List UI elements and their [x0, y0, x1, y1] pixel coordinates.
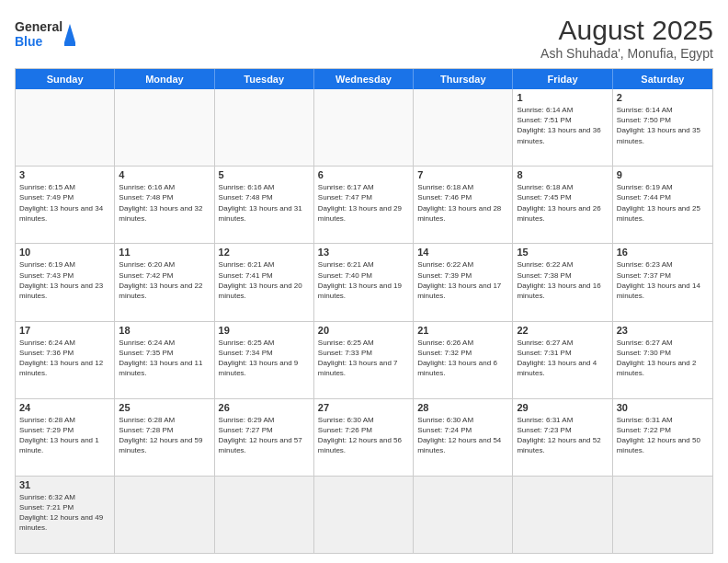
day-number: 24 — [19, 402, 110, 413]
day-number: 22 — [517, 325, 608, 336]
day-number: 16 — [617, 247, 709, 258]
calendar-body: 1 Sunrise: 6:14 AM Sunset: 7:51 PM Dayli… — [16, 89, 712, 553]
sun-info: Sunrise: 6:19 AM Sunset: 7:43 PM Dayligh… — [19, 259, 110, 301]
sun-info: Sunrise: 6:21 AM Sunset: 7:41 PM Dayligh… — [219, 259, 310, 301]
calendar-cell: 25 Sunrise: 6:28 AM Sunset: 7:28 PM Dayl… — [115, 399, 214, 476]
weekday-header-friday: Friday — [513, 69, 612, 89]
day-number: 29 — [517, 402, 608, 413]
calendar-cell: 1 Sunrise: 6:14 AM Sunset: 7:51 PM Dayli… — [513, 89, 612, 166]
sun-info: Sunrise: 6:27 AM Sunset: 7:31 PM Dayligh… — [517, 338, 608, 379]
day-number: 17 — [19, 325, 110, 336]
page: General Blue August 2025 Ash Shuhada', M… — [0, 0, 728, 563]
calendar-cell — [115, 477, 214, 553]
calendar-cell: 8 Sunrise: 6:18 AM Sunset: 7:45 PM Dayli… — [513, 167, 612, 243]
sun-info: Sunrise: 6:24 AM Sunset: 7:36 PM Dayligh… — [19, 338, 110, 379]
calendar-cell: 22 Sunrise: 6:27 AM Sunset: 7:31 PM Dayl… — [513, 322, 612, 398]
sun-info: Sunrise: 6:14 AM Sunset: 7:50 PM Dayligh… — [617, 105, 709, 146]
calendar-cell: 24 Sunrise: 6:28 AM Sunset: 7:29 PM Dayl… — [16, 399, 115, 476]
calendar-cell: 21 Sunrise: 6:26 AM Sunset: 7:32 PM Dayl… — [414, 322, 513, 398]
day-number: 2 — [617, 92, 709, 103]
day-number: 14 — [417, 247, 508, 258]
sun-info: Sunrise: 6:21 AM Sunset: 7:40 PM Dayligh… — [318, 259, 409, 301]
calendar-cell — [414, 477, 513, 553]
weekday-header-sunday: Sunday — [16, 69, 115, 89]
day-number: 13 — [318, 247, 409, 258]
day-number: 1 — [517, 92, 608, 103]
sun-info: Sunrise: 6:20 AM Sunset: 7:42 PM Dayligh… — [119, 259, 210, 301]
sun-info: Sunrise: 6:22 AM Sunset: 7:38 PM Dayligh… — [517, 259, 608, 301]
title-block: August 2025 Ash Shuhada', Monufia, Egypt — [540, 15, 713, 61]
calendar-row-0: 1 Sunrise: 6:14 AM Sunset: 7:51 PM Dayli… — [16, 89, 712, 166]
calendar-cell: 12 Sunrise: 6:21 AM Sunset: 7:41 PM Dayl… — [215, 244, 314, 320]
calendar-cell: 9 Sunrise: 6:19 AM Sunset: 7:44 PM Dayli… — [613, 167, 712, 243]
calendar-cell: 18 Sunrise: 6:24 AM Sunset: 7:35 PM Dayl… — [115, 322, 214, 398]
calendar-cell: 27 Sunrise: 6:30 AM Sunset: 7:26 PM Dayl… — [314, 399, 414, 476]
day-number: 10 — [19, 247, 110, 258]
sun-info: Sunrise: 6:31 AM Sunset: 7:22 PM Dayligh… — [617, 415, 709, 456]
calendar-cell — [215, 89, 314, 166]
day-number: 5 — [219, 169, 310, 180]
location-title: Ash Shuhada', Monufia, Egypt — [540, 46, 713, 61]
calendar-cell: 13 Sunrise: 6:21 AM Sunset: 7:40 PM Dayl… — [314, 244, 414, 320]
sun-info: Sunrise: 6:16 AM Sunset: 7:48 PM Dayligh… — [219, 182, 310, 224]
calendar-row-4: 24 Sunrise: 6:28 AM Sunset: 7:29 PM Dayl… — [16, 398, 712, 476]
calendar-row-5: 31 Sunrise: 6:32 AM Sunset: 7:21 PM Dayl… — [16, 476, 712, 553]
calendar-cell — [314, 89, 414, 166]
day-number: 20 — [318, 325, 409, 336]
sun-info: Sunrise: 6:28 AM Sunset: 7:28 PM Dayligh… — [119, 415, 210, 456]
calendar: SundayMondayTuesdayWednesdayThursdayFrid… — [15, 68, 713, 554]
calendar-cell: 17 Sunrise: 6:24 AM Sunset: 7:36 PM Dayl… — [16, 322, 115, 398]
calendar-cell: 30 Sunrise: 6:31 AM Sunset: 7:22 PM Dayl… — [613, 399, 712, 476]
calendar-cell — [513, 477, 612, 553]
calendar-header: SundayMondayTuesdayWednesdayThursdayFrid… — [16, 69, 712, 89]
day-number: 6 — [318, 169, 409, 180]
calendar-cell: 5 Sunrise: 6:16 AM Sunset: 7:48 PM Dayli… — [215, 167, 314, 243]
day-number: 27 — [318, 402, 409, 413]
calendar-cell — [414, 89, 513, 166]
sun-info: Sunrise: 6:16 AM Sunset: 7:48 PM Dayligh… — [119, 182, 210, 224]
sun-info: Sunrise: 6:25 AM Sunset: 7:34 PM Dayligh… — [219, 338, 310, 379]
weekday-header-wednesday: Wednesday — [314, 69, 414, 89]
day-number: 3 — [19, 169, 110, 180]
svg-text:Blue: Blue — [15, 34, 43, 49]
calendar-cell: 15 Sunrise: 6:22 AM Sunset: 7:38 PM Dayl… — [513, 244, 612, 320]
day-number: 7 — [417, 169, 508, 180]
calendar-cell: 20 Sunrise: 6:25 AM Sunset: 7:33 PM Dayl… — [314, 322, 414, 398]
weekday-header-tuesday: Tuesday — [215, 69, 314, 89]
month-title: August 2025 — [540, 15, 713, 46]
sun-info: Sunrise: 6:22 AM Sunset: 7:39 PM Dayligh… — [417, 259, 508, 301]
calendar-cell: 19 Sunrise: 6:25 AM Sunset: 7:34 PM Dayl… — [215, 322, 314, 398]
sun-info: Sunrise: 6:23 AM Sunset: 7:37 PM Dayligh… — [617, 259, 709, 301]
day-number: 28 — [417, 402, 508, 413]
day-number: 30 — [617, 402, 709, 413]
calendar-cell — [115, 89, 214, 166]
day-number: 12 — [219, 247, 310, 258]
sun-info: Sunrise: 6:29 AM Sunset: 7:27 PM Dayligh… — [219, 415, 310, 456]
sun-info: Sunrise: 6:32 AM Sunset: 7:21 PM Dayligh… — [19, 492, 110, 534]
day-number: 9 — [617, 169, 709, 180]
sun-info: Sunrise: 6:24 AM Sunset: 7:35 PM Dayligh… — [119, 338, 210, 379]
day-number: 4 — [119, 169, 210, 180]
calendar-cell: 7 Sunrise: 6:18 AM Sunset: 7:46 PM Dayli… — [414, 167, 513, 243]
day-number: 18 — [119, 325, 210, 336]
day-number: 26 — [219, 402, 310, 413]
sun-info: Sunrise: 6:30 AM Sunset: 7:24 PM Dayligh… — [417, 415, 508, 456]
day-number: 31 — [19, 479, 110, 490]
sun-info: Sunrise: 6:27 AM Sunset: 7:30 PM Dayligh… — [617, 338, 709, 379]
calendar-cell — [215, 477, 314, 553]
calendar-cell: 28 Sunrise: 6:30 AM Sunset: 7:24 PM Dayl… — [414, 399, 513, 476]
calendar-cell — [16, 89, 115, 166]
calendar-cell: 23 Sunrise: 6:27 AM Sunset: 7:30 PM Dayl… — [613, 322, 712, 398]
calendar-row-2: 10 Sunrise: 6:19 AM Sunset: 7:43 PM Dayl… — [16, 243, 712, 320]
calendar-cell: 11 Sunrise: 6:20 AM Sunset: 7:42 PM Dayl… — [115, 244, 214, 320]
calendar-cell: 14 Sunrise: 6:22 AM Sunset: 7:39 PM Dayl… — [414, 244, 513, 320]
weekday-header-monday: Monday — [115, 69, 214, 89]
calendar-cell: 26 Sunrise: 6:29 AM Sunset: 7:27 PM Dayl… — [215, 399, 314, 476]
sun-info: Sunrise: 6:28 AM Sunset: 7:29 PM Dayligh… — [19, 415, 110, 456]
day-number: 25 — [119, 402, 210, 413]
sun-info: Sunrise: 6:15 AM Sunset: 7:49 PM Dayligh… — [19, 182, 110, 224]
sun-info: Sunrise: 6:17 AM Sunset: 7:47 PM Dayligh… — [318, 182, 409, 224]
logo: General Blue — [15, 15, 79, 56]
day-number: 23 — [617, 325, 709, 336]
day-number: 19 — [219, 325, 310, 336]
